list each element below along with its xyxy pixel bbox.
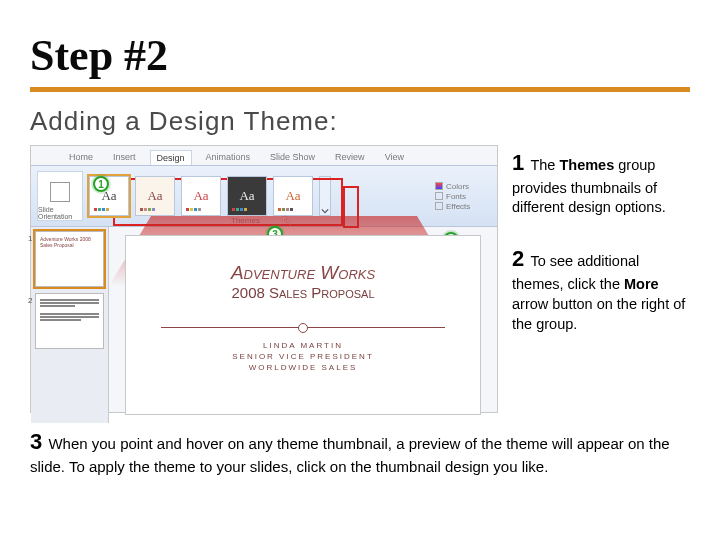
effects-label[interactable]: Effects	[446, 202, 470, 211]
note-number: 2	[512, 246, 524, 271]
slide-author-block: LINDA MARTIN SENIOR VICE PRESIDENT WORLD…	[232, 340, 374, 374]
step-title: Step #2	[30, 30, 690, 92]
note-2: 2 To see additional themes, click the Mo…	[512, 245, 690, 333]
note-3: 3 When you point and hover on any theme …	[30, 427, 690, 477]
theme-thumbnail[interactable]: Aa	[181, 176, 221, 216]
ribbon-right-panel: Colors Fonts Effects	[435, 182, 491, 211]
slide-title-line1: Adventure Works	[231, 262, 375, 284]
theme-thumbnail[interactable]: Aa	[135, 176, 175, 216]
note-number: 1	[512, 150, 524, 175]
slide-title-line2: 2008 Sales Proposal	[231, 284, 374, 301]
slide-orientation-button[interactable]: Slide Orientation	[37, 171, 83, 221]
orientation-icon	[50, 182, 70, 202]
fonts-label[interactable]: Fonts	[446, 192, 466, 201]
note-text: To see additional themes, click the	[512, 253, 639, 292]
note-1: 1 The Themes group provides thumbnails o…	[512, 149, 690, 217]
tab-review[interactable]: Review	[329, 150, 371, 165]
note-text: arrow button on the right of the group.	[512, 296, 685, 332]
slide-preview: Adventure Works 2008 Sales Proposal LIND…	[125, 235, 481, 415]
slide-thumbnails-panel: 1 Adventure Works 2008 Sales Proposal 2	[31, 227, 109, 423]
note-text: The	[530, 157, 559, 173]
note-number: 3	[30, 429, 42, 454]
slide-divider	[161, 327, 444, 328]
powerpoint-screenshot: Home Insert Design Animations Slide Show…	[30, 145, 498, 413]
thumb-number: 1	[28, 234, 32, 243]
theme-sample: Aa	[147, 188, 162, 204]
theme-sample: Aa	[285, 188, 300, 204]
theme-sample: Aa	[193, 188, 208, 204]
slide-thumb-1[interactable]: 1 Adventure Works 2008 Sales Proposal	[35, 231, 104, 287]
note-bold: Themes	[559, 157, 614, 173]
orientation-label: Slide Orientation	[38, 206, 82, 220]
theme-thumbnail[interactable]: Aa	[273, 176, 313, 216]
tab-animations[interactable]: Animations	[200, 150, 257, 165]
slide-thumb-2[interactable]: 2	[35, 293, 104, 349]
ribbon-tab-strip: Home Insert Design Animations Slide Show…	[31, 146, 497, 165]
tab-slideshow[interactable]: Slide Show	[264, 150, 321, 165]
subtitle: Adding a Design Theme:	[30, 106, 690, 137]
author-line: SENIOR VICE PRESIDENT	[232, 351, 374, 362]
tab-home[interactable]: Home	[63, 150, 99, 165]
tab-insert[interactable]: Insert	[107, 150, 142, 165]
thumb-number: 2	[28, 296, 32, 305]
note-bold: More	[624, 276, 659, 292]
theme-sample: Aa	[239, 188, 254, 204]
callout-1: 1	[93, 176, 109, 192]
thumb-title: Adventure Works 2008 Sales Proposal	[40, 236, 99, 248]
tab-view[interactable]: View	[379, 150, 410, 165]
note-text: When you point and hover on any theme th…	[30, 435, 670, 475]
author-line: WORLDWIDE SALES	[232, 362, 374, 373]
author-line: LINDA MARTIN	[232, 340, 374, 351]
tab-design[interactable]: Design	[150, 150, 192, 165]
colors-label[interactable]: Colors	[446, 182, 469, 191]
theme-thumbnail[interactable]: Aa	[227, 176, 267, 216]
